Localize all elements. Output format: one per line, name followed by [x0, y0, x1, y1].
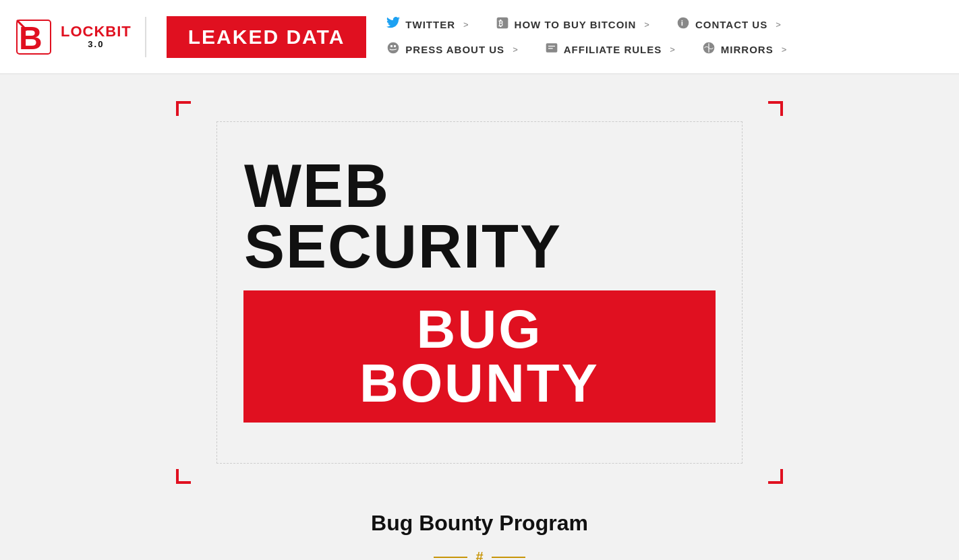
bitcoin-icon: ₿	[496, 16, 509, 33]
mirrors-label: MIRRORS	[721, 44, 774, 55]
nav-how-to-buy[interactable]: ₿ HOW TO BUY BITCOIN >	[496, 16, 649, 33]
corner-top-right	[768, 101, 783, 116]
contact-icon: i	[676, 16, 690, 33]
press-label: PRESS ABOUT US	[405, 44, 504, 55]
affiliate-icon	[545, 41, 558, 58]
hero-line1: WEB SECURITY	[244, 156, 715, 277]
logo-bit: BIT	[105, 23, 131, 40]
corner-bottom-right	[768, 469, 783, 484]
logo-brand: LOCKBIT	[61, 24, 132, 39]
svg-rect-9	[546, 43, 557, 52]
nav-row-2: PRESS ABOUT US > AFFILIATE RULES >	[386, 41, 946, 58]
divider-dash-left	[434, 557, 467, 558]
logo-section: B LOCKBIT 3.0	[13, 17, 146, 57]
how-to-buy-label: HOW TO BUY BITCOIN	[515, 19, 637, 30]
logo-lock: LOCK	[61, 23, 105, 40]
section-divider: #	[434, 549, 525, 560]
svg-point-8	[388, 42, 399, 53]
divider-dash-right	[492, 557, 525, 558]
section-title: Bug Bounty Program	[371, 511, 588, 536]
leaked-data-button[interactable]: LEAKED DATA	[167, 16, 367, 58]
svg-text:i: i	[681, 18, 683, 27]
main-nav: TWITTER > ₿ HOW TO BUY BITCOIN >	[386, 12, 946, 62]
twitter-icon	[386, 17, 400, 32]
divider-hash: #	[475, 549, 483, 560]
main-content: WEB SECURITY BUG BOUNTY Bug Bounty Progr…	[0, 74, 959, 560]
twitter-label: TWITTER	[405, 19, 455, 30]
svg-point-6	[678, 17, 689, 28]
hero-inner: WEB SECURITY BUG BOUNTY	[216, 121, 743, 464]
bug-bounty-banner: BUG BOUNTY	[243, 290, 716, 423]
twitter-arrow: >	[463, 20, 469, 30]
contact-label: CONTACT US	[695, 19, 767, 30]
press-arrow: >	[513, 44, 518, 55]
hero-line2: BUG BOUNTY	[297, 303, 662, 410]
lockbit-logo-icon: B	[13, 17, 54, 57]
nav-twitter[interactable]: TWITTER >	[386, 17, 468, 32]
nav-row-1: TWITTER > ₿ HOW TO BUY BITCOIN >	[386, 16, 946, 33]
nav-press[interactable]: PRESS ABOUT US >	[386, 41, 517, 58]
corner-top-left	[176, 101, 191, 116]
how-to-buy-arrow: >	[644, 20, 649, 30]
svg-text:₿: ₿	[498, 19, 503, 28]
logo-version: 3.0	[88, 39, 104, 49]
nav-affiliate[interactable]: AFFILIATE RULES >	[545, 41, 675, 58]
contact-arrow: >	[776, 20, 781, 30]
corner-bottom-left	[176, 469, 191, 484]
hero-container: WEB SECURITY BUG BOUNTY	[176, 101, 783, 484]
mirrors-arrow: >	[782, 44, 787, 55]
affiliate-label: AFFILIATE RULES	[564, 44, 662, 55]
nav-mirrors[interactable]: MIRRORS >	[702, 41, 786, 58]
affiliate-arrow: >	[670, 44, 675, 55]
nav-contact[interactable]: i CONTACT US >	[676, 16, 781, 33]
press-icon	[386, 41, 400, 58]
mirrors-icon	[702, 41, 716, 58]
site-header: B LOCKBIT 3.0 LEAKED DATA TWITTER >	[0, 0, 959, 74]
logo-text: LOCKBIT 3.0	[61, 24, 132, 49]
